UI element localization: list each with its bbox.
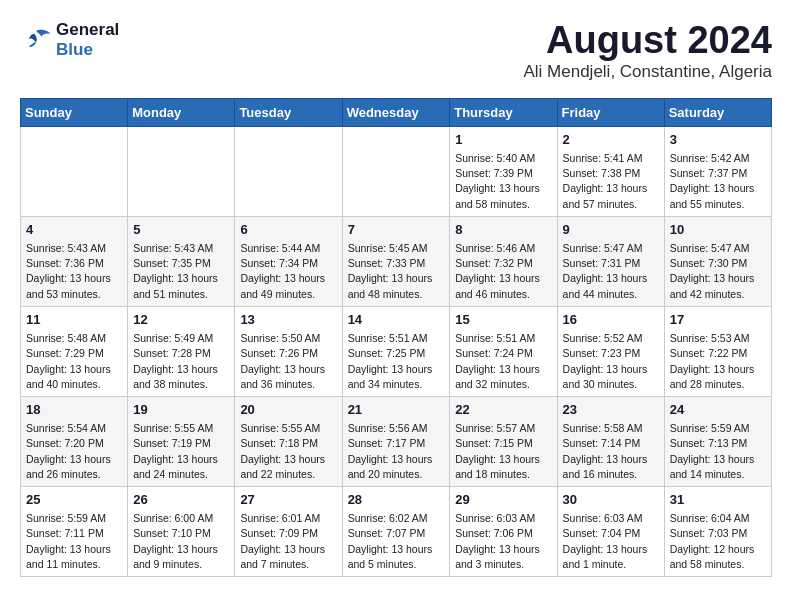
day-info: Sunrise: 5:51 AM Sunset: 7:24 PM Dayligh… bbox=[455, 331, 551, 392]
calendar-cell: 9Sunrise: 5:47 AM Sunset: 7:31 PM Daylig… bbox=[557, 216, 664, 306]
calendar-cell: 21Sunrise: 5:56 AM Sunset: 7:17 PM Dayli… bbox=[342, 396, 450, 486]
logo-bird-icon bbox=[20, 26, 52, 54]
day-number: 15 bbox=[455, 311, 551, 329]
calendar-cell: 29Sunrise: 6:03 AM Sunset: 7:06 PM Dayli… bbox=[450, 487, 557, 577]
day-number: 21 bbox=[348, 401, 445, 419]
month-year-title: August 2024 bbox=[523, 20, 772, 62]
calendar-cell: 27Sunrise: 6:01 AM Sunset: 7:09 PM Dayli… bbox=[235, 487, 342, 577]
day-number: 6 bbox=[240, 221, 336, 239]
calendar-table: SundayMondayTuesdayWednesdayThursdayFrid… bbox=[20, 98, 772, 577]
calendar-cell: 11Sunrise: 5:48 AM Sunset: 7:29 PM Dayli… bbox=[21, 306, 128, 396]
day-info: Sunrise: 5:43 AM Sunset: 7:35 PM Dayligh… bbox=[133, 241, 229, 302]
day-number: 4 bbox=[26, 221, 122, 239]
calendar-cell: 5Sunrise: 5:43 AM Sunset: 7:35 PM Daylig… bbox=[128, 216, 235, 306]
day-info: Sunrise: 6:03 AM Sunset: 7:04 PM Dayligh… bbox=[563, 511, 659, 572]
calendar-cell: 28Sunrise: 6:02 AM Sunset: 7:07 PM Dayli… bbox=[342, 487, 450, 577]
calendar-cell: 22Sunrise: 5:57 AM Sunset: 7:15 PM Dayli… bbox=[450, 396, 557, 486]
day-number: 18 bbox=[26, 401, 122, 419]
day-number: 7 bbox=[348, 221, 445, 239]
day-number: 11 bbox=[26, 311, 122, 329]
calendar-header-tuesday: Tuesday bbox=[235, 98, 342, 126]
calendar-week-row: 11Sunrise: 5:48 AM Sunset: 7:29 PM Dayli… bbox=[21, 306, 772, 396]
calendar-header-thursday: Thursday bbox=[450, 98, 557, 126]
day-number: 3 bbox=[670, 131, 766, 149]
day-number: 10 bbox=[670, 221, 766, 239]
day-number: 30 bbox=[563, 491, 659, 509]
day-info: Sunrise: 5:42 AM Sunset: 7:37 PM Dayligh… bbox=[670, 151, 766, 212]
day-number: 2 bbox=[563, 131, 659, 149]
calendar-cell: 1Sunrise: 5:40 AM Sunset: 7:39 PM Daylig… bbox=[450, 126, 557, 216]
day-number: 14 bbox=[348, 311, 445, 329]
day-number: 24 bbox=[670, 401, 766, 419]
day-number: 5 bbox=[133, 221, 229, 239]
day-number: 23 bbox=[563, 401, 659, 419]
calendar-cell: 7Sunrise: 5:45 AM Sunset: 7:33 PM Daylig… bbox=[342, 216, 450, 306]
calendar-header-friday: Friday bbox=[557, 98, 664, 126]
day-number: 17 bbox=[670, 311, 766, 329]
calendar-cell: 15Sunrise: 5:51 AM Sunset: 7:24 PM Dayli… bbox=[450, 306, 557, 396]
calendar-cell: 6Sunrise: 5:44 AM Sunset: 7:34 PM Daylig… bbox=[235, 216, 342, 306]
day-info: Sunrise: 5:57 AM Sunset: 7:15 PM Dayligh… bbox=[455, 421, 551, 482]
day-number: 25 bbox=[26, 491, 122, 509]
calendar-cell: 10Sunrise: 5:47 AM Sunset: 7:30 PM Dayli… bbox=[664, 216, 771, 306]
calendar-week-row: 4Sunrise: 5:43 AM Sunset: 7:36 PM Daylig… bbox=[21, 216, 772, 306]
day-number: 8 bbox=[455, 221, 551, 239]
calendar-cell: 31Sunrise: 6:04 AM Sunset: 7:03 PM Dayli… bbox=[664, 487, 771, 577]
day-info: Sunrise: 5:41 AM Sunset: 7:38 PM Dayligh… bbox=[563, 151, 659, 212]
logo-text: General Blue bbox=[56, 20, 119, 61]
calendar-cell: 2Sunrise: 5:41 AM Sunset: 7:38 PM Daylig… bbox=[557, 126, 664, 216]
day-number: 12 bbox=[133, 311, 229, 329]
day-info: Sunrise: 5:45 AM Sunset: 7:33 PM Dayligh… bbox=[348, 241, 445, 302]
day-info: Sunrise: 5:47 AM Sunset: 7:31 PM Dayligh… bbox=[563, 241, 659, 302]
day-info: Sunrise: 5:50 AM Sunset: 7:26 PM Dayligh… bbox=[240, 331, 336, 392]
day-info: Sunrise: 5:59 AM Sunset: 7:11 PM Dayligh… bbox=[26, 511, 122, 572]
title-section: August 2024 Ali Mendjeli, Constantine, A… bbox=[523, 20, 772, 82]
day-number: 22 bbox=[455, 401, 551, 419]
day-info: Sunrise: 5:44 AM Sunset: 7:34 PM Dayligh… bbox=[240, 241, 336, 302]
day-info: Sunrise: 5:52 AM Sunset: 7:23 PM Dayligh… bbox=[563, 331, 659, 392]
day-info: Sunrise: 5:55 AM Sunset: 7:18 PM Dayligh… bbox=[240, 421, 336, 482]
calendar-cell: 16Sunrise: 5:52 AM Sunset: 7:23 PM Dayli… bbox=[557, 306, 664, 396]
calendar-cell: 8Sunrise: 5:46 AM Sunset: 7:32 PM Daylig… bbox=[450, 216, 557, 306]
day-info: Sunrise: 5:58 AM Sunset: 7:14 PM Dayligh… bbox=[563, 421, 659, 482]
calendar-cell: 25Sunrise: 5:59 AM Sunset: 7:11 PM Dayli… bbox=[21, 487, 128, 577]
day-number: 27 bbox=[240, 491, 336, 509]
calendar-cell: 26Sunrise: 6:00 AM Sunset: 7:10 PM Dayli… bbox=[128, 487, 235, 577]
calendar-week-row: 18Sunrise: 5:54 AM Sunset: 7:20 PM Dayli… bbox=[21, 396, 772, 486]
calendar-cell: 30Sunrise: 6:03 AM Sunset: 7:04 PM Dayli… bbox=[557, 487, 664, 577]
day-number: 19 bbox=[133, 401, 229, 419]
calendar-cell: 24Sunrise: 5:59 AM Sunset: 7:13 PM Dayli… bbox=[664, 396, 771, 486]
day-info: Sunrise: 5:40 AM Sunset: 7:39 PM Dayligh… bbox=[455, 151, 551, 212]
calendar-cell: 20Sunrise: 5:55 AM Sunset: 7:18 PM Dayli… bbox=[235, 396, 342, 486]
calendar-cell: 23Sunrise: 5:58 AM Sunset: 7:14 PM Dayli… bbox=[557, 396, 664, 486]
calendar-header-row: SundayMondayTuesdayWednesdayThursdayFrid… bbox=[21, 98, 772, 126]
day-info: Sunrise: 5:43 AM Sunset: 7:36 PM Dayligh… bbox=[26, 241, 122, 302]
day-number: 1 bbox=[455, 131, 551, 149]
calendar-week-row: 25Sunrise: 5:59 AM Sunset: 7:11 PM Dayli… bbox=[21, 487, 772, 577]
calendar-cell bbox=[342, 126, 450, 216]
calendar-cell: 13Sunrise: 5:50 AM Sunset: 7:26 PM Dayli… bbox=[235, 306, 342, 396]
day-info: Sunrise: 5:53 AM Sunset: 7:22 PM Dayligh… bbox=[670, 331, 766, 392]
calendar-cell: 14Sunrise: 5:51 AM Sunset: 7:25 PM Dayli… bbox=[342, 306, 450, 396]
day-number: 9 bbox=[563, 221, 659, 239]
location-subtitle: Ali Mendjeli, Constantine, Algeria bbox=[523, 62, 772, 82]
calendar-cell bbox=[21, 126, 128, 216]
calendar-cell: 4Sunrise: 5:43 AM Sunset: 7:36 PM Daylig… bbox=[21, 216, 128, 306]
calendar-cell: 17Sunrise: 5:53 AM Sunset: 7:22 PM Dayli… bbox=[664, 306, 771, 396]
day-number: 13 bbox=[240, 311, 336, 329]
day-info: Sunrise: 5:51 AM Sunset: 7:25 PM Dayligh… bbox=[348, 331, 445, 392]
day-info: Sunrise: 5:54 AM Sunset: 7:20 PM Dayligh… bbox=[26, 421, 122, 482]
day-info: Sunrise: 6:03 AM Sunset: 7:06 PM Dayligh… bbox=[455, 511, 551, 572]
day-info: Sunrise: 6:04 AM Sunset: 7:03 PM Dayligh… bbox=[670, 511, 766, 572]
calendar-cell: 19Sunrise: 5:55 AM Sunset: 7:19 PM Dayli… bbox=[128, 396, 235, 486]
calendar-week-row: 1Sunrise: 5:40 AM Sunset: 7:39 PM Daylig… bbox=[21, 126, 772, 216]
calendar-cell bbox=[128, 126, 235, 216]
day-info: Sunrise: 5:48 AM Sunset: 7:29 PM Dayligh… bbox=[26, 331, 122, 392]
page-header: General Blue August 2024 Ali Mendjeli, C… bbox=[20, 20, 772, 82]
calendar-cell: 18Sunrise: 5:54 AM Sunset: 7:20 PM Dayli… bbox=[21, 396, 128, 486]
day-info: Sunrise: 6:01 AM Sunset: 7:09 PM Dayligh… bbox=[240, 511, 336, 572]
calendar-cell: 3Sunrise: 5:42 AM Sunset: 7:37 PM Daylig… bbox=[664, 126, 771, 216]
day-info: Sunrise: 5:59 AM Sunset: 7:13 PM Dayligh… bbox=[670, 421, 766, 482]
calendar-cell: 12Sunrise: 5:49 AM Sunset: 7:28 PM Dayli… bbox=[128, 306, 235, 396]
day-number: 29 bbox=[455, 491, 551, 509]
